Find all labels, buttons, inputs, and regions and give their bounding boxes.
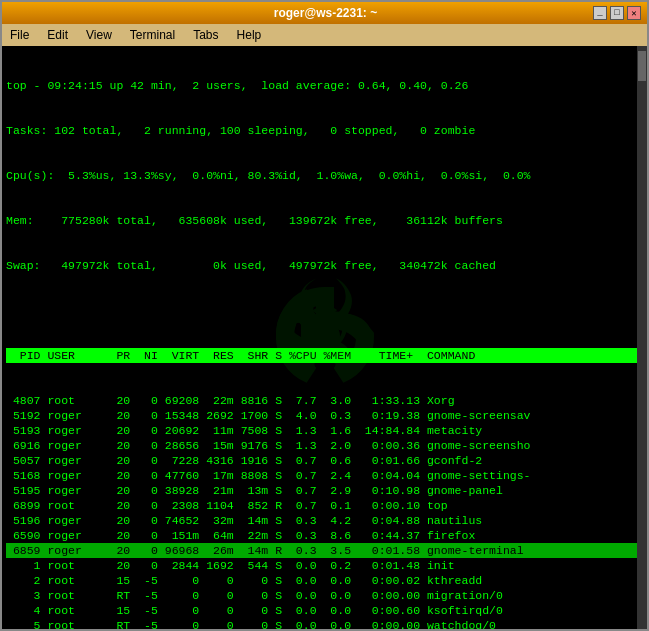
maximize-button[interactable]: □ xyxy=(610,6,624,20)
empty-line xyxy=(6,303,643,318)
table-row: 6899 root 20 0 2308 1104 852 R 0.7 0.1 0… xyxy=(6,498,643,513)
column-header: PID USER PR NI VIRT RES SHR S %CPU %MEM … xyxy=(6,348,643,363)
table-row: 4807 root 20 0 69208 22m 8816 S 7.7 3.0 … xyxy=(6,393,643,408)
header-line-2: Tasks: 102 total, 2 running, 100 sleepin… xyxy=(6,123,643,138)
menu-item-terminal[interactable]: Terminal xyxy=(126,26,179,44)
menu-item-file[interactable]: File xyxy=(6,26,33,44)
window-title: roger@ws-2231: ~ xyxy=(58,6,593,20)
header-line-1: top - 09:24:15 up 42 min, 2 users, load … xyxy=(6,78,643,93)
header-line-4: Mem: 775280k total, 635608k used, 139672… xyxy=(6,213,643,228)
terminal-area[interactable]: ☣ top - 09:24:15 up 42 min, 2 users, loa… xyxy=(2,46,647,629)
menu-item-tabs[interactable]: Tabs xyxy=(189,26,222,44)
menu-bar: FileEditViewTerminalTabsHelp xyxy=(2,24,647,46)
process-list: 4807 root 20 0 69208 22m 8816 S 7.7 3.0 … xyxy=(6,393,643,629)
table-row: 4 root 15 -5 0 0 0 S 0.0 0.0 0:00.60 kso… xyxy=(6,603,643,618)
scrollbar-thumb[interactable] xyxy=(638,51,646,81)
table-row: 3 root RT -5 0 0 0 S 0.0 0.0 0:00.00 mig… xyxy=(6,588,643,603)
table-row: 1 root 20 0 2844 1692 544 S 0.0 0.2 0:01… xyxy=(6,558,643,573)
menu-item-help[interactable]: Help xyxy=(233,26,266,44)
table-row: 5196 roger 20 0 74652 32m 14m S 0.3 4.2 … xyxy=(6,513,643,528)
table-row: 5057 roger 20 0 7228 4316 1916 S 0.7 0.6… xyxy=(6,453,643,468)
terminal-window: roger@ws-2231: ~ _ □ ✕ FileEditViewTermi… xyxy=(0,0,649,631)
menu-item-view[interactable]: View xyxy=(82,26,116,44)
window-controls: _ □ ✕ xyxy=(593,6,641,20)
table-row: 2 root 15 -5 0 0 0 S 0.0 0.0 0:00.02 kth… xyxy=(6,573,643,588)
terminal-content: top - 09:24:15 up 42 min, 2 users, load … xyxy=(6,48,643,393)
minimize-button[interactable]: _ xyxy=(593,6,607,20)
table-row: 6590 roger 20 0 151m 64m 22m S 0.3 8.6 0… xyxy=(6,528,643,543)
header-line-3: Cpu(s): 5.3%us, 13.3%sy, 0.0%ni, 80.3%id… xyxy=(6,168,643,183)
close-button[interactable]: ✕ xyxy=(627,6,641,20)
table-row: 5193 roger 20 0 20692 11m 7508 S 1.3 1.6… xyxy=(6,423,643,438)
table-row: 5192 roger 20 0 15348 2692 1700 S 4.0 0.… xyxy=(6,408,643,423)
table-row: 5 root RT -5 0 0 0 S 0.0 0.0 0:00.00 wat… xyxy=(6,618,643,629)
table-row: 6859 roger 20 0 96968 26m 14m R 0.3 3.5 … xyxy=(6,543,643,558)
menu-item-edit[interactable]: Edit xyxy=(43,26,72,44)
table-row: 5168 roger 20 0 47760 17m 8808 S 0.7 2.4… xyxy=(6,468,643,483)
table-row: 5195 roger 20 0 38928 21m 13m S 0.7 2.9 … xyxy=(6,483,643,498)
table-row: 6916 roger 20 0 28656 15m 9176 S 1.3 2.0… xyxy=(6,438,643,453)
title-bar: roger@ws-2231: ~ _ □ ✕ xyxy=(2,2,647,24)
header-line-5: Swap: 497972k total, 0k used, 497972k fr… xyxy=(6,258,643,273)
scrollbar[interactable] xyxy=(637,46,647,629)
